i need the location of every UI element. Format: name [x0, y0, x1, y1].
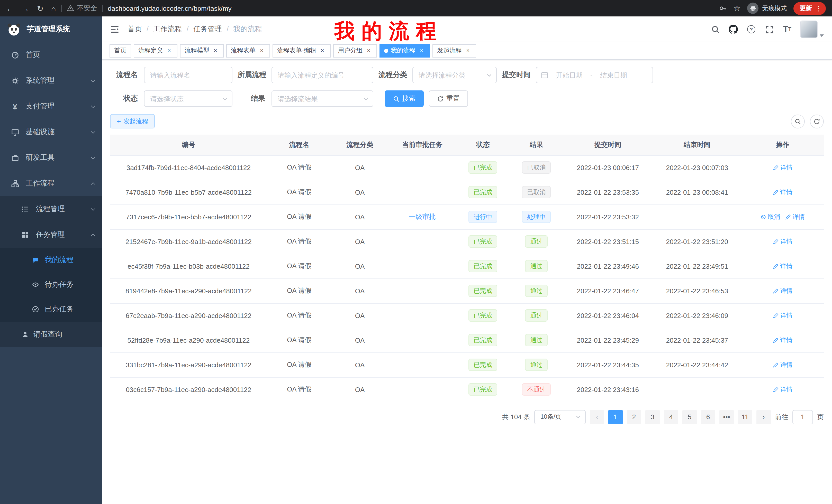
page-button-3[interactable]: 3: [645, 410, 660, 424]
sidebar-item-home[interactable]: 首页: [0, 42, 102, 68]
forward-icon[interactable]: →: [22, 4, 29, 12]
sidebar-item-system-management[interactable]: 系统管理: [0, 68, 102, 93]
end-date-input[interactable]: [594, 71, 633, 79]
cell-status: 已完成: [456, 377, 510, 402]
sidebar-item-process-management[interactable]: 流程管理: [0, 196, 102, 222]
tab-start-process[interactable]: 发起流程×: [433, 44, 476, 57]
page-button-11[interactable]: 11: [738, 410, 752, 424]
app-logo[interactable]: 芋道管理系统: [0, 17, 102, 42]
page-button-2[interactable]: 2: [627, 410, 641, 424]
prev-page-button[interactable]: ‹: [590, 410, 604, 424]
tab-my-process[interactable]: 我的流程×: [380, 44, 430, 57]
search-button[interactable]: 搜索: [385, 90, 424, 107]
detail-link[interactable]: 详情: [773, 336, 792, 344]
category-select[interactable]: [412, 67, 497, 83]
font-size-icon[interactable]: TT: [782, 24, 792, 34]
detail-link[interactable]: 详情: [773, 385, 792, 394]
start-process-button[interactable]: + 发起流程: [110, 114, 155, 129]
cell-submit-time: 2022-01-22 23:45:29: [563, 328, 653, 353]
breadcrumb-workflow[interactable]: 工作流程: [142, 25, 182, 34]
close-icon[interactable]: ×: [212, 47, 219, 54]
result-select[interactable]: [271, 90, 373, 107]
close-icon[interactable]: ×: [365, 47, 372, 54]
incognito-icon: [749, 4, 757, 12]
detail-link[interactable]: 详情: [773, 163, 792, 172]
detail-link[interactable]: 详情: [773, 286, 792, 295]
sidebar-item-infrastructure[interactable]: 基础设施: [0, 119, 102, 145]
detail-link[interactable]: 详情: [773, 360, 792, 369]
breadcrumb-home[interactable]: 首页: [128, 25, 142, 34]
cell-category: OA: [331, 278, 389, 303]
col-actions: 操作: [742, 135, 824, 155]
sidebar-item-my-process[interactable]: 我的流程: [0, 248, 102, 272]
tab-home[interactable]: 首页: [109, 44, 131, 57]
close-icon[interactable]: ×: [464, 47, 471, 54]
tab-user-group[interactable]: 用户分组×: [333, 44, 377, 57]
sidebar-item-todo-tasks[interactable]: 待办任务: [0, 272, 102, 297]
sidebar-item-label: 基础设施: [26, 128, 54, 137]
github-icon[interactable]: [728, 24, 738, 34]
close-icon[interactable]: ×: [165, 47, 173, 54]
security-indicator[interactable]: 不安全: [67, 4, 97, 13]
home-nav-icon[interactable]: ⌂: [51, 4, 56, 12]
detail-link[interactable]: 详情: [773, 237, 792, 246]
help-icon[interactable]: ?: [746, 24, 756, 34]
close-icon[interactable]: ×: [418, 47, 425, 54]
sidebar-item-task-management[interactable]: 任务管理: [0, 222, 102, 248]
address-bar[interactable]: dashboard.yudao.iocoder.cn/bpm/task/my: [108, 4, 231, 12]
current-task-link[interactable]: 一级审批: [409, 213, 436, 220]
sidebar-item-dev-tools[interactable]: 研发工具: [0, 145, 102, 171]
sidebar-item-payment-management[interactable]: ¥ 支付管理: [0, 93, 102, 119]
page-size-select[interactable]: [534, 410, 586, 424]
reload-icon[interactable]: ↻: [37, 4, 44, 12]
avatar[interactable]: [800, 21, 817, 38]
password-key-icon[interactable]: [719, 4, 727, 12]
detail-link[interactable]: 详情: [773, 262, 792, 271]
more-pages-button[interactable]: •••: [719, 410, 734, 424]
tab-process-definition[interactable]: 流程定义×: [134, 44, 177, 57]
bookmark-star-icon[interactable]: ☆: [733, 4, 740, 13]
browser-update-button[interactable]: 更新 ⋮: [794, 2, 826, 15]
back-icon[interactable]: ←: [6, 4, 14, 12]
user-menu[interactable]: [800, 21, 824, 38]
start-date-input[interactable]: [550, 71, 589, 79]
next-page-button[interactable]: ›: [756, 410, 771, 424]
hide-search-button[interactable]: [791, 114, 805, 128]
tab-process-model[interactable]: 流程模型×: [180, 44, 224, 57]
page-button-4[interactable]: 4: [664, 410, 678, 424]
search-icon[interactable]: [710, 24, 721, 34]
page-button-5[interactable]: 5: [682, 410, 697, 424]
process-definition-input[interactable]: [271, 67, 373, 83]
status-tag: 已完成: [468, 235, 497, 248]
breadcrumb-task-management[interactable]: 任务管理: [182, 25, 222, 34]
chevron-down-icon: [91, 104, 95, 108]
detail-link[interactable]: 详情: [773, 188, 792, 197]
close-icon[interactable]: ×: [319, 47, 326, 54]
refresh-table-button[interactable]: [810, 114, 824, 128]
sidebar-item-workflow[interactable]: 工作流程: [0, 171, 102, 196]
tab-process-form[interactable]: 流程表单×: [226, 44, 270, 57]
page-button-1[interactable]: 1: [608, 410, 623, 424]
status-select[interactable]: [144, 90, 232, 107]
tab-process-form-edit[interactable]: 流程表单-编辑×: [272, 44, 331, 57]
process-name-input[interactable]: [144, 67, 232, 83]
goto-page-input[interactable]: [792, 410, 813, 424]
sidebar-fold-icon[interactable]: [110, 25, 119, 34]
cell-status: 已完成: [456, 303, 510, 328]
date-range-picker[interactable]: -: [536, 67, 653, 83]
browser-menu-icon[interactable]: ⋮: [815, 4, 822, 12]
cell-name: OA 请假: [267, 377, 331, 402]
detail-link[interactable]: 详情: [785, 213, 805, 221]
sidebar-item-label: 首页: [26, 50, 40, 60]
cell-current-task: [389, 155, 457, 180]
page-button-6[interactable]: 6: [701, 410, 715, 424]
reset-button[interactable]: 重置: [429, 90, 468, 107]
detail-link[interactable]: 详情: [773, 311, 792, 320]
col-end-time: 结束时间: [653, 135, 742, 155]
sidebar-item-done-tasks[interactable]: 已办任务: [0, 297, 102, 321]
fullscreen-icon[interactable]: [764, 24, 774, 34]
cancel-link[interactable]: 取消: [760, 213, 780, 221]
sidebar-item-leave-query[interactable]: 请假查询: [0, 321, 102, 347]
user-icon: [21, 331, 30, 338]
close-icon[interactable]: ×: [258, 47, 265, 54]
